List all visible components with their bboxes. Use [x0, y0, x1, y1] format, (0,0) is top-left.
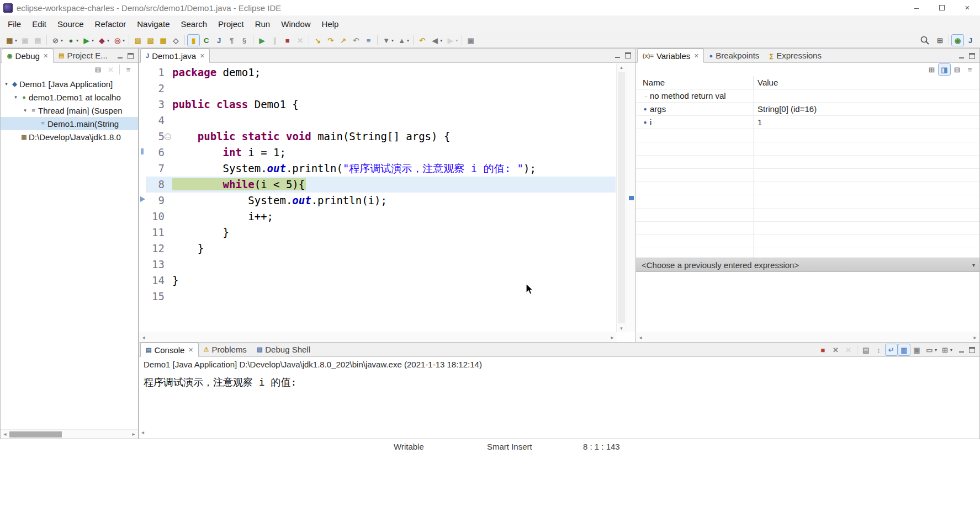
code-line-14[interactable]: 14}: [146, 273, 616, 289]
search-button[interactable]: [918, 34, 931, 46]
previous-annotation-button[interactable]: ▲▾: [395, 34, 411, 46]
scroll-left-icon[interactable]: ◂: [141, 429, 144, 435]
perspective-debug-button[interactable]: ◉: [951, 34, 964, 46]
menu-item-source[interactable]: Source: [52, 15, 89, 33]
menu-item-navigate[interactable]: Navigate: [131, 15, 175, 33]
dropdown-arrow-icon[interactable]: ▾: [76, 38, 78, 43]
column-header-value[interactable]: Value: [757, 76, 778, 89]
variables-view-menu-button[interactable]: ≡: [963, 63, 976, 76]
maximize-view-icon[interactable]: [128, 53, 134, 59]
twistie-icon[interactable]: ▾: [12, 94, 19, 100]
maximize-view-icon[interactable]: [969, 347, 975, 353]
display-console-button[interactable]: ▭▾: [923, 344, 939, 356]
external-tools-button[interactable]: ◎▾: [111, 34, 126, 46]
scroll-left-icon[interactable]: ◂: [1, 430, 9, 439]
code-line-6[interactable]: 6 int i = 1;: [146, 145, 616, 161]
debug-button[interactable]: ●▾: [65, 34, 80, 46]
tab-expressions[interactable]: ∑Expressions: [764, 49, 827, 62]
open-console-button[interactable]: ⊞▾: [939, 344, 954, 356]
scroll-right-icon[interactable]: ▸: [971, 333, 979, 342]
code-line-8[interactable]: 8 while(i < 5){: [146, 177, 616, 193]
console-hscrollbar[interactable]: ◂: [139, 429, 979, 439]
variable-row-2[interactable]: ●argsString[0] (id=16): [636, 103, 979, 116]
column-divider[interactable]: [753, 76, 754, 89]
new-java-project-button[interactable]: ▨: [131, 34, 144, 46]
tree-item-jre[interactable]: ▦D:\Develop\Java\jdk1.8.0: [1, 130, 138, 143]
tree-item-debug-target[interactable]: ▾●demo1.Demo1 at localho: [1, 90, 138, 104]
column-header-name[interactable]: Name: [643, 76, 665, 89]
step-return-button[interactable]: ↗: [337, 34, 349, 46]
terminate-console-button[interactable]: ■: [817, 344, 829, 356]
code-line-2[interactable]: 2: [146, 81, 616, 97]
tab-demo1-java[interactable]: J Demo1.java ×: [140, 49, 210, 63]
scroll-up-icon[interactable]: ▴: [617, 65, 626, 70]
code-line-12[interactable]: 12 }: [146, 241, 616, 257]
pin-console-toggle[interactable]: ▣: [910, 344, 923, 356]
show-source-toggle[interactable]: §: [238, 34, 251, 46]
dropdown-arrow-icon[interactable]: ▾: [15, 38, 17, 43]
dropdown-arrow-icon[interactable]: ▾: [935, 348, 937, 353]
toggle-mark-occurrences-button[interactable]: ▮: [187, 34, 200, 46]
perspective-java-button[interactable]: J: [964, 34, 977, 46]
drop-to-frame-button[interactable]: ↶: [349, 34, 362, 46]
code-line-4[interactable]: 4: [146, 113, 616, 129]
menu-item-file[interactable]: File: [2, 15, 27, 33]
minimize-view-icon[interactable]: [958, 53, 965, 59]
fold-collapse-icon[interactable]: –: [165, 134, 171, 140]
open-type-button[interactable]: ▧: [144, 34, 157, 46]
new-wizard-button[interactable]: ▦▾: [3, 34, 19, 46]
close-icon[interactable]: ×: [44, 51, 48, 60]
dropdown-arrow-icon[interactable]: ▾: [123, 38, 125, 43]
code-line-7[interactable]: 7 System.out.println("程序调试演示，注意观察 i 的值: …: [146, 161, 616, 177]
maximize-view-icon[interactable]: [625, 52, 631, 58]
code-line-1[interactable]: 1package demo1;: [146, 65, 616, 81]
code-line-3[interactable]: 3public class Demo1 {: [146, 97, 616, 113]
debug-panel-hscrollbar[interactable]: ◂ ▸: [1, 429, 138, 439]
code-line-9[interactable]: 9 System.out.println(i);: [146, 193, 616, 209]
tab-project-explorer[interactable]: ▤Project E...: [54, 49, 113, 62]
scrollbar-thumb[interactable]: [618, 72, 625, 323]
twistie-icon[interactable]: ▾: [22, 108, 29, 113]
maximize-view-icon[interactable]: [969, 53, 975, 59]
menu-item-edit[interactable]: Edit: [27, 15, 52, 33]
close-icon[interactable]: ×: [200, 51, 204, 60]
scroll-right-icon[interactable]: ▸: [129, 430, 138, 439]
new-class-button[interactable]: C: [200, 34, 213, 46]
show-on-output-toggle[interactable]: ▥: [898, 344, 910, 356]
next-annotation-button[interactable]: ▼▾: [380, 34, 395, 46]
collapse-all-button[interactable]: ⊟: [92, 63, 104, 76]
tab-problems[interactable]: ⚠Problems: [199, 343, 252, 356]
code-line-15[interactable]: 15: [146, 289, 616, 305]
skip-all-breakpoints-button[interactable]: ⊘▾: [49, 34, 65, 46]
scroll-left-icon[interactable]: ◂: [636, 333, 645, 342]
show-whitespace-toggle[interactable]: ¶: [225, 34, 238, 46]
dropdown-arrow-icon[interactable]: ▾: [455, 38, 458, 43]
scrollbar-thumb[interactable]: [9, 431, 62, 437]
maximize-window-button[interactable]: [929, 0, 955, 15]
word-wrap-toggle[interactable]: ↵: [885, 344, 898, 356]
remove-launch-button[interactable]: ✕: [829, 344, 842, 356]
dropdown-arrow-icon[interactable]: ▾: [61, 38, 63, 43]
close-icon[interactable]: ×: [188, 345, 193, 354]
variable-row-3[interactable]: ●i1: [636, 116, 979, 129]
editor-hscrollbar[interactable]: ◂ ▸: [139, 333, 617, 342]
dropdown-arrow-icon[interactable]: ▾: [407, 38, 409, 43]
code-line-5[interactable]: 5– public static void main(String[] args…: [146, 129, 616, 145]
open-perspective-button[interactable]: ⊞: [934, 34, 946, 46]
dropdown-arrow-icon[interactable]: ▾: [391, 38, 394, 43]
menu-item-window[interactable]: Window: [276, 15, 316, 33]
tab-console[interactable]: ▤Console×: [140, 343, 199, 357]
scroll-down-icon[interactable]: ▾: [617, 325, 626, 331]
tree-item-thread-main[interactable]: ▾≡Thread [main] (Suspen: [1, 104, 138, 117]
dropdown-arrow-icon[interactable]: ▾: [440, 38, 442, 43]
tree-item-launch[interactable]: ▾◆Demo1 [Java Application]: [1, 77, 138, 90]
code-line-10[interactable]: 10 i++;: [146, 209, 616, 225]
expression-combo[interactable]: <Choose a previously entered expression>…: [636, 258, 979, 272]
terminate-button[interactable]: ■: [281, 34, 294, 46]
menu-item-help[interactable]: Help: [316, 15, 345, 33]
tab-debug[interactable]: ◉Debug×: [2, 49, 54, 63]
menu-item-run[interactable]: Run: [250, 15, 276, 33]
minimize-view-icon[interactable]: [958, 347, 965, 353]
twistie-icon[interactable]: ▾: [3, 81, 10, 87]
minimize-window-button[interactable]: –: [904, 0, 929, 15]
